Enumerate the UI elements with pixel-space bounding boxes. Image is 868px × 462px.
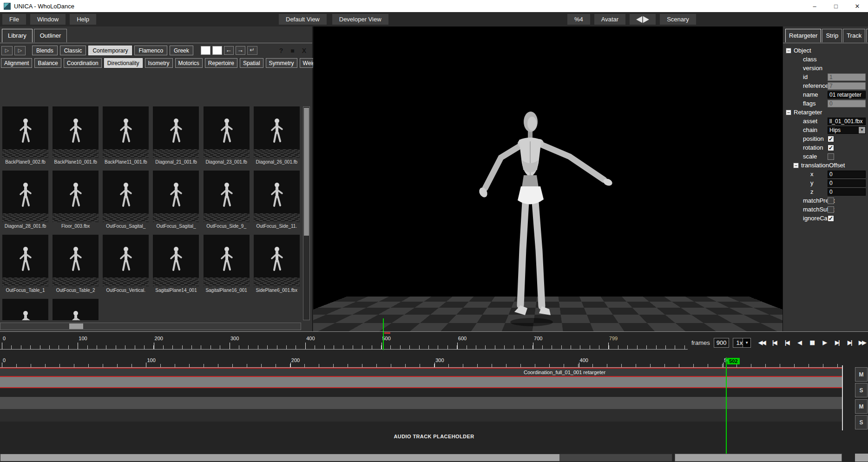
library-thumbnail[interactable]: BackPlane9_002.fb	[2, 106, 48, 165]
help-icon[interactable]: ?	[279, 47, 283, 54]
timeline-ruler-top[interactable]: 0100200300400500600700799	[0, 336, 688, 350]
id-field[interactable]: 1	[828, 73, 866, 81]
library-thumbnail[interactable]: Floor_003.fbx	[53, 171, 99, 229]
collapse-icon[interactable]: −	[786, 48, 791, 53]
white-square-icon[interactable]	[212, 46, 222, 55]
tree-row-Object[interactable]: −Object	[783, 46, 868, 55]
tree-row-ignoreCase[interactable]: ignoreCase✓	[783, 214, 868, 223]
library-thumbnail[interactable]: OutFocus_Side_11.	[254, 171, 300, 229]
library-tab[interactable]: Library	[2, 29, 33, 42]
tree-row-position[interactable]: position✓	[783, 135, 868, 144]
properties-tab[interactable]: Track	[843, 29, 865, 42]
filter-button[interactable]: Symmetry	[266, 58, 297, 68]
track-lane-3[interactable]	[0, 409, 842, 422]
collapse-icon[interactable]: −	[786, 110, 791, 115]
properties-tab[interactable]: tion	[866, 29, 868, 42]
tree-row-class[interactable]: class	[783, 55, 868, 64]
library-thumbnail[interactable]: BackPlane11_001.fb	[103, 106, 149, 165]
scrollbar-corner[interactable]	[855, 454, 868, 462]
library-tab[interactable]: Outliner	[34, 29, 67, 42]
library-thumbnail[interactable]: SidePlane6_001.fbx	[254, 235, 300, 293]
category-button[interactable]: Blends	[32, 46, 58, 55]
category-button[interactable]: Flamenco	[134, 46, 167, 55]
collapse-icon[interactable]: −	[793, 163, 799, 168]
timeline-scrollbar-segment[interactable]	[675, 454, 842, 462]
tree-row-version[interactable]: version	[783, 64, 868, 73]
tree-row-name[interactable]: name01 retargeter	[783, 91, 868, 99]
speed-select[interactable]: 1x ▼	[733, 338, 751, 348]
library-thumbnail[interactable]: Diagonal_21_001.fb	[153, 106, 199, 165]
scrollbar-thumb[interactable]	[304, 108, 309, 236]
tree-row-matchSuffix[interactable]: matchSuffix	[783, 205, 868, 214]
nav-forward-icon[interactable]: ▷	[14, 46, 26, 55]
x-field[interactable]: 0	[828, 171, 866, 178]
library-thumbnail[interactable]: Diagonal_26_001.fb	[254, 106, 300, 165]
retargeter-strip[interactable]: Coordination_full_01_001 retargeter	[0, 368, 842, 377]
library-horizontal-scrollbar[interactable]	[0, 323, 301, 330]
jump-start-button[interactable]: |◀	[769, 338, 779, 348]
mute-solo-button[interactable]: S	[855, 383, 868, 397]
timeline-scrollbar-thumb[interactable]	[0, 454, 559, 461]
library-thumbnail[interactable]	[53, 299, 99, 320]
library-thumbnail[interactable]: Diagonal_28_001.fb	[2, 171, 48, 229]
library-thumbnail[interactable]	[2, 299, 48, 320]
reference-field[interactable]: 7	[828, 82, 866, 90]
library-thumbnail[interactable]: OutFocus_Table_2	[53, 235, 99, 293]
jump-end-button[interactable]: ▶|	[844, 338, 855, 348]
library-thumbnail[interactable]: SagitalPlane16_001	[204, 235, 250, 293]
scrollbar-thumb[interactable]	[69, 323, 83, 329]
playhead-tracks[interactable]	[726, 357, 727, 454]
arrow-right-icon[interactable]: →	[236, 46, 245, 55]
tree-row-rotation[interactable]: rotation✓	[783, 144, 868, 152]
developer-view-button[interactable]: Developer View	[332, 14, 388, 25]
avatar-button[interactable]: Avatar	[594, 14, 625, 25]
tree-row-matchPrefix[interactable]: matchPrefix	[783, 197, 868, 205]
tree-row-chain[interactable]: chainHips▼	[783, 126, 868, 135]
maximize-button[interactable]: □	[825, 0, 847, 12]
pause-button[interactable]: ▮▮	[807, 338, 817, 348]
play-button[interactable]: ▶	[819, 338, 829, 348]
menu-item[interactable]: Window	[30, 14, 66, 25]
prev-frame-button[interactable]: |◀	[782, 338, 792, 348]
library-thumbnail[interactable]: OutFocus_Sagital_	[103, 171, 149, 229]
ignoreCase-checkbox[interactable]: ✓	[828, 215, 834, 222]
filter-button[interactable]: Spatial	[240, 58, 263, 68]
chevron-down-icon[interactable]: ▼	[743, 338, 750, 347]
matchSuffix-checkbox[interactable]	[828, 206, 834, 213]
tree-row-y[interactable]: y0	[783, 179, 868, 188]
rotation-checkbox[interactable]: ✓	[828, 145, 834, 151]
play-backward-button[interactable]: ◀	[794, 338, 804, 348]
library-thumbnail[interactable]: OutFocus_Table_1	[2, 235, 48, 293]
properties-tab[interactable]: Strip	[822, 29, 842, 42]
tree-row-x[interactable]: x0	[783, 170, 868, 179]
white-square-icon[interactable]	[201, 46, 210, 55]
menu-item[interactable]: Help	[70, 14, 96, 25]
flags-field[interactable]: 0	[828, 100, 866, 107]
close-button[interactable]: ✕	[847, 0, 868, 12]
filter-button[interactable]: Repertoire	[205, 58, 237, 68]
tree-row-z[interactable]: z0	[783, 188, 868, 197]
library-vertical-scrollbar[interactable]	[303, 106, 310, 320]
asset-field[interactable]: ll_01_001.fbx	[828, 118, 866, 125]
timeline-ruler-tracks[interactable]: 0100200300400500	[0, 357, 842, 368]
name-field[interactable]: 01 retargeter	[828, 91, 866, 99]
nav-back-icon[interactable]: ▷	[1, 46, 13, 55]
arrow-left-icon[interactable]: ←	[224, 46, 234, 55]
scale-checkbox[interactable]	[828, 153, 834, 160]
chain-select[interactable]: Hips▼	[828, 126, 866, 134]
matchPrefix-checkbox[interactable]	[828, 198, 834, 204]
filter-button[interactable]: Coordination	[64, 58, 102, 68]
category-button[interactable]: Classic	[60, 46, 86, 55]
library-thumbnail[interactable]: OutFocus_Sagital_	[153, 171, 199, 229]
mute-solo-button[interactable]: S	[855, 415, 868, 429]
default-view-button[interactable]: Default View	[279, 14, 327, 25]
tree-row-translationOffset[interactable]: −translationOffset	[783, 161, 868, 170]
filter-button[interactable]: Directionality	[104, 58, 143, 68]
library-thumbnail[interactable]: OutFocus_Side_9_	[204, 171, 250, 229]
frames-input[interactable]: 900	[714, 338, 730, 348]
viewport-3d[interactable]	[313, 26, 783, 331]
stop-icon[interactable]: ■	[290, 47, 294, 54]
track-lane-2[interactable]	[0, 397, 842, 409]
tree-row-Retargeter[interactable]: −Retargeter	[783, 108, 868, 117]
chevron-down-icon[interactable]: ▼	[858, 127, 865, 133]
